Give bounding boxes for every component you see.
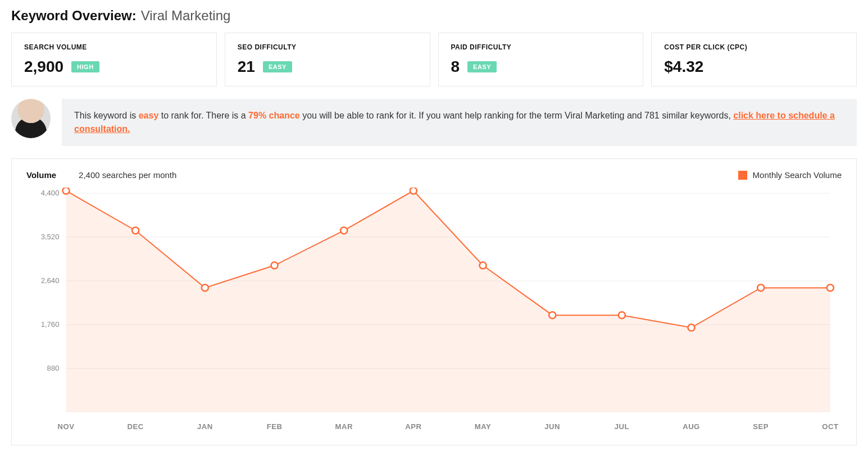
card-value: 8 — [451, 58, 460, 76]
svg-text:JAN: JAN — [197, 422, 213, 431]
status-badge: HIGH — [71, 61, 99, 72]
chart-y-axis-label: Volume — [26, 170, 56, 180]
card-cpc: COST PER CLICK (CPC) $4.32 — [651, 33, 857, 86]
svg-text:1,760: 1,760 — [41, 320, 60, 329]
card-label: SEARCH VOLUME — [24, 43, 204, 51]
legend-label: Monthly Search Volume — [753, 170, 842, 180]
card-search-volume: SEARCH VOLUME 2,900 HIGH — [11, 33, 217, 86]
svg-text:3,520: 3,520 — [41, 233, 60, 241]
svg-text:4,400: 4,400 — [41, 189, 60, 197]
tip-text: you will be able to rank for it. If you … — [300, 111, 734, 120]
svg-point-26 — [340, 227, 347, 234]
ranking-tip: This keyword is easy to rank for. There … — [11, 99, 857, 146]
legend-swatch-icon — [738, 171, 747, 180]
svg-text:JUL: JUL — [615, 422, 629, 431]
svg-point-32 — [757, 284, 764, 291]
tip-box: This keyword is easy to rank for. There … — [62, 99, 857, 146]
card-seo-difficulty: SEO DIFFICULTY 21 EASY — [225, 33, 430, 86]
chart-tooltip: 2,400 searches per month — [79, 170, 176, 180]
tip-text: This keyword is — [74, 111, 139, 120]
svg-text:2,640: 2,640 — [41, 276, 60, 285]
avatar — [11, 99, 51, 138]
page-title: Keyword Overview: Viral Marketing — [11, 8, 857, 24]
svg-point-33 — [827, 284, 834, 291]
card-label: COST PER CLICK (CPC) — [664, 43, 844, 51]
card-label: SEO DIFFICULTY — [238, 43, 417, 51]
chart-canvas: 8801,7602,6403,5204,400NOVDECJANFEBMARAP… — [26, 188, 842, 435]
title-label: Keyword Overview: — [11, 8, 137, 24]
card-label: PAID DIFFICULTY — [451, 43, 631, 51]
svg-text:MAY: MAY — [475, 422, 491, 431]
tip-chance: 79% chance — [248, 111, 300, 120]
svg-text:FEB: FEB — [267, 422, 283, 431]
card-value: 2,900 — [24, 58, 63, 76]
svg-text:JUN: JUN — [544, 422, 560, 431]
volume-chart-card: Volume 2,400 searches per month Monthly … — [11, 158, 857, 445]
status-badge: EASY — [467, 61, 497, 72]
tip-text: to rank for. There is a — [158, 111, 248, 120]
svg-text:AUG: AUG — [683, 422, 700, 431]
svg-text:APR: APR — [405, 422, 421, 431]
svg-point-25 — [271, 262, 278, 269]
svg-point-27 — [410, 188, 417, 194]
svg-point-29 — [549, 312, 556, 318]
svg-point-23 — [132, 227, 139, 234]
svg-point-28 — [479, 262, 486, 269]
svg-point-30 — [619, 312, 625, 318]
svg-text:OCT: OCT — [822, 422, 838, 431]
tip-difficulty: easy — [139, 111, 159, 120]
svg-text:MAR: MAR — [335, 422, 353, 431]
svg-text:SEP: SEP — [753, 422, 769, 431]
card-value: $4.32 — [664, 58, 703, 76]
svg-text:DEC: DEC — [128, 422, 144, 431]
svg-point-22 — [62, 188, 69, 194]
svg-point-31 — [688, 324, 694, 331]
card-paid-difficulty: PAID DIFFICULTY 8 EASY — [438, 33, 644, 86]
keyword-name: Viral Marketing — [141, 8, 231, 24]
svg-text:880: 880 — [47, 364, 60, 372]
metric-cards: SEARCH VOLUME 2,900 HIGH SEO DIFFICULTY … — [11, 33, 857, 86]
chart-legend: Monthly Search Volume — [738, 170, 842, 180]
card-value: 21 — [238, 58, 255, 76]
status-badge: EASY — [263, 61, 292, 72]
svg-point-24 — [202, 284, 208, 291]
svg-text:NOV: NOV — [58, 422, 75, 431]
